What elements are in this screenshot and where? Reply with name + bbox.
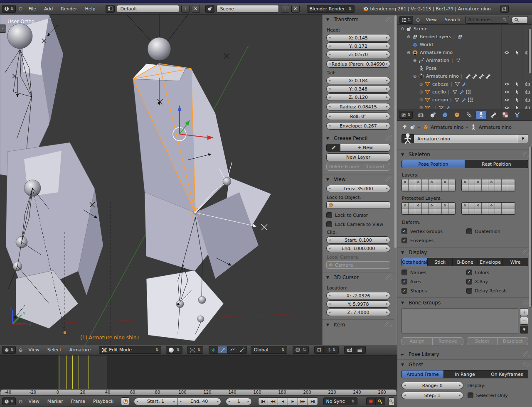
layer-cell[interactable]	[409, 208, 415, 214]
manipulator-scale-icon[interactable]	[237, 346, 247, 354]
properties-tab-scene[interactable]	[427, 110, 438, 120]
visibility-eye-icon[interactable]	[501, 49, 512, 56]
layer-cell[interactable]	[448, 185, 455, 191]
layer-cell[interactable]	[415, 179, 422, 185]
visibility-eye-icon[interactable]	[501, 88, 512, 96]
use-preview-range-icon[interactable]	[121, 397, 129, 405]
menu-tl-playback[interactable]: Playback	[90, 399, 116, 404]
tool-shelf-expand-tab[interactable]: +	[0, 25, 6, 33]
layer-cell[interactable]	[495, 203, 502, 208]
end-frame-field[interactable]: ◂End: 40▸	[177, 398, 221, 405]
record-button[interactable]	[366, 397, 376, 405]
layer-cell[interactable]	[475, 179, 482, 185]
editor-type-button-3dview[interactable]: ⇅	[2, 346, 16, 354]
checkbox[interactable]	[401, 270, 407, 275]
layer-cell[interactable]	[435, 203, 442, 208]
properties-tab-constraints[interactable]	[463, 110, 475, 120]
manipulator-rotate-icon[interactable]	[228, 346, 237, 354]
expand-toggle-icon[interactable]: ⊕	[418, 90, 424, 94]
expand-toggle-icon[interactable]: ⊖	[399, 27, 405, 31]
expand-toggle-icon[interactable]: ⊖	[406, 50, 411, 55]
timeline-canvas[interactable]	[0, 355, 397, 389]
layer-cell[interactable]	[462, 208, 468, 214]
panel-header-bone-groups[interactable]: ▼Bone Groups	[397, 298, 532, 308]
lock-object-field[interactable]	[326, 201, 390, 209]
layer-cell[interactable]	[502, 179, 508, 185]
segment-b-bone[interactable]: B-Bone	[453, 258, 478, 266]
checkbox[interactable]	[466, 288, 472, 294]
breadcrumb-scene-icon[interactable]	[410, 124, 416, 130]
jump-to-start-button[interactable]: ▮◀	[258, 397, 268, 405]
properties-tab-bone[interactable]	[488, 110, 499, 120]
clip-start-field[interactable]: ◂Start: 0.100▸	[326, 236, 390, 244]
layer-cell[interactable]	[468, 208, 475, 214]
outliner-item-label[interactable]: cuerpo	[432, 97, 448, 103]
outliner-row[interactable]: ⊕cuerpo|	[397, 96, 532, 104]
layer-cell[interactable]	[475, 208, 482, 214]
layer-cell[interactable]	[442, 185, 448, 191]
tail-y-field[interactable]: ◂Y: 0.348▸	[326, 85, 390, 93]
lock-to-cursor-row[interactable]: Lock to Cursor	[326, 212, 390, 218]
layer-cell[interactable]	[482, 179, 488, 185]
menu-armature[interactable]: Armature	[66, 347, 94, 353]
layer-cell[interactable]	[462, 185, 468, 191]
editor-type-button-properties[interactable]: ⇅	[399, 111, 413, 119]
segment-stick[interactable]: Stick	[428, 258, 453, 266]
outliner-item-label[interactable]: Armature nino	[426, 74, 459, 79]
selectable-cursor-icon[interactable]	[512, 56, 522, 64]
expand-toggle-icon[interactable]: ⊕	[412, 74, 418, 78]
layer-cell[interactable]	[402, 179, 409, 185]
layer-cell[interactable]	[402, 185, 409, 191]
render-engine-select[interactable]: Blender Render⇅	[307, 5, 355, 13]
manipulator-axis-icon[interactable]	[209, 346, 218, 354]
layer-cell[interactable]	[495, 185, 502, 191]
properties-tab-data[interactable]	[475, 110, 487, 120]
outliner-scrollbar[interactable]	[528, 28, 531, 74]
layer-cell[interactable]	[495, 179, 502, 185]
selected-only-checkbox[interactable]	[468, 392, 473, 398]
checkbox[interactable]: ✓	[466, 279, 472, 284]
menu-file[interactable]: File	[26, 6, 39, 12]
screen-layout-field[interactable]: Default	[117, 5, 179, 12]
visibility-eye-icon[interactable]	[501, 80, 512, 88]
renderable-camera-icon[interactable]	[522, 80, 532, 88]
check-envelopes[interactable]: ✓Envelopes	[401, 238, 464, 243]
ghost-range-field[interactable]: ◂Range: 0▸	[401, 382, 463, 389]
properties-scrollbar[interactable]	[529, 146, 532, 308]
editor-type-button-outliner[interactable]: ⇅	[399, 16, 413, 24]
current-frame-line[interactable]	[59, 356, 59, 389]
layer-cell[interactable]	[482, 203, 488, 208]
layer-cell[interactable]	[429, 208, 435, 214]
layer-cell[interactable]	[468, 185, 475, 191]
bone-groups-list[interactable]	[401, 308, 518, 334]
checkbox[interactable]	[466, 228, 472, 234]
selectable-cursor-icon[interactable]	[512, 33, 522, 41]
properties-tab-world[interactable]	[439, 110, 451, 120]
outliner-item-label[interactable]: World	[420, 42, 433, 47]
check-colors[interactable]: ✓Colors	[466, 270, 529, 275]
checkbox[interactable]: ✓	[466, 270, 472, 275]
panel-header-item[interactable]: ▼Item	[323, 320, 394, 330]
panel-grip[interactable]	[385, 177, 392, 182]
visibility-eye-icon[interactable]	[501, 64, 512, 72]
layer-cell[interactable]	[442, 203, 448, 208]
add-bone-group-button[interactable]: +	[520, 308, 528, 316]
layer-cell[interactable]	[422, 185, 429, 191]
local-camera-field[interactable]: Camera	[326, 261, 390, 269]
editor-type-button[interactable]: ⇅	[2, 5, 16, 13]
expand-toggle-icon[interactable]: ⊕	[418, 98, 424, 102]
check-x-ray[interactable]: ✓X-Ray	[466, 279, 529, 284]
properties-tab-object[interactable]	[451, 110, 463, 120]
bone-group-select-button[interactable]: Select	[467, 337, 498, 345]
renderable-camera-icon[interactable]	[522, 88, 532, 96]
scene-name-field[interactable]: Scene	[217, 5, 279, 12]
layer-cell[interactable]	[508, 179, 515, 185]
lock-camera-checkbox[interactable]	[326, 221, 332, 227]
cursor-y-field[interactable]: ◂Y: 5.9978▸	[326, 300, 390, 308]
check-names[interactable]: Names	[401, 270, 464, 275]
add-layout-button[interactable]: +	[181, 5, 190, 13]
layer-cell[interactable]	[488, 203, 495, 208]
roll-field[interactable]: ◂Roll: 0°▸	[326, 113, 390, 120]
visibility-eye-icon[interactable]	[501, 25, 512, 33]
lens-field[interactable]: ◂Lens: 35.000▸	[326, 185, 390, 192]
